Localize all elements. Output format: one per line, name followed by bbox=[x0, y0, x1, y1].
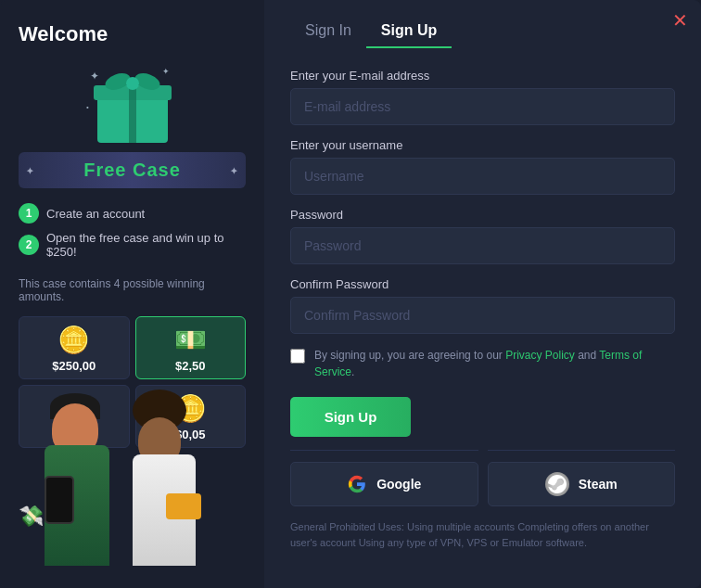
google-label: Google bbox=[376, 477, 421, 492]
username-label: Enter your username bbox=[290, 138, 675, 152]
password-label: Password bbox=[290, 208, 675, 222]
svg-rect-2 bbox=[129, 95, 136, 143]
step-2-text: Open the free case and win up to $250! bbox=[46, 231, 246, 259]
steam-login-button[interactable]: Steam bbox=[488, 462, 676, 506]
username-field[interactable] bbox=[290, 158, 675, 195]
prize-amount-1: $250,00 bbox=[52, 359, 96, 373]
step-1-text: Create an account bbox=[46, 207, 145, 221]
money-prop-left: 💸 bbox=[19, 505, 44, 529]
woman-character bbox=[125, 413, 218, 566]
free-case-label: Free Case bbox=[83, 160, 181, 180]
divider-line-left bbox=[290, 450, 478, 451]
right-panel: Sign In Sign Up Enter your E-mail addres… bbox=[264, 0, 701, 588]
prize-card-1: 🪙 $250,00 bbox=[19, 316, 130, 379]
auth-tabs: Sign In Sign Up bbox=[290, 19, 675, 48]
modal: ✕ Welcome ✦ ✦ bbox=[0, 0, 701, 588]
prize-icon-2: 💵 bbox=[174, 325, 207, 355]
steam-icon bbox=[545, 472, 569, 496]
svg-text:✦: ✦ bbox=[162, 67, 170, 76]
confirm-password-label: Confirm Password bbox=[290, 277, 675, 291]
confirm-password-field[interactable] bbox=[290, 297, 675, 334]
left-panel: Welcome ✦ ✦ • bbox=[0, 0, 264, 588]
tab-signin[interactable]: Sign In bbox=[290, 19, 366, 48]
svg-text:✦: ✦ bbox=[90, 70, 99, 83]
close-button[interactable]: ✕ bbox=[672, 11, 688, 30]
prize-amount-2: $2,50 bbox=[175, 359, 206, 373]
step-1-number: 1 bbox=[19, 203, 39, 224]
google-icon bbox=[347, 474, 367, 494]
characters-illustration: 💸 bbox=[19, 461, 246, 566]
step-2-number: 2 bbox=[19, 235, 39, 255]
prize-card-2: 💵 $2,50 bbox=[135, 316, 247, 379]
divider-line-right bbox=[488, 450, 676, 451]
man-character bbox=[35, 403, 137, 566]
disclaimer-text: General Prohibited Uses: Using multiple … bbox=[290, 519, 675, 550]
step-2: 2 Open the free case and win up to $250! bbox=[19, 231, 246, 259]
svg-point-6 bbox=[126, 77, 139, 90]
terms-checkbox[interactable] bbox=[290, 349, 305, 364]
divider bbox=[290, 450, 675, 451]
privacy-policy-link[interactable]: Privacy Policy bbox=[505, 349, 575, 362]
gift-illustration: ✦ ✦ • bbox=[86, 61, 179, 143]
email-label: Enter your E-mail address bbox=[290, 69, 675, 83]
tab-signup[interactable]: Sign Up bbox=[366, 19, 452, 48]
steps-list: 1 Create an account 2 Open the free case… bbox=[19, 203, 246, 266]
welcome-title: Welcome bbox=[19, 22, 108, 46]
coin-prop bbox=[166, 493, 201, 519]
svg-text:•: • bbox=[86, 103, 89, 111]
signup-button[interactable]: Sign Up bbox=[290, 397, 411, 437]
steam-label: Steam bbox=[579, 477, 618, 492]
case-info: This case contains 4 possible winning am… bbox=[19, 277, 246, 303]
google-login-button[interactable]: Google bbox=[290, 462, 478, 506]
terms-text: By signing up, you are agreeing to our P… bbox=[314, 347, 675, 380]
password-field[interactable] bbox=[290, 227, 675, 264]
step-1: 1 Create an account bbox=[19, 203, 246, 224]
email-field[interactable] bbox=[290, 88, 675, 125]
terms-checkbox-row: By signing up, you are agreeing to our P… bbox=[290, 347, 675, 380]
free-case-banner: Free Case bbox=[19, 152, 246, 188]
social-login-row: Google Steam bbox=[290, 462, 675, 506]
prize-icon-1: 🪙 bbox=[57, 325, 90, 355]
phone-prop bbox=[45, 476, 74, 524]
